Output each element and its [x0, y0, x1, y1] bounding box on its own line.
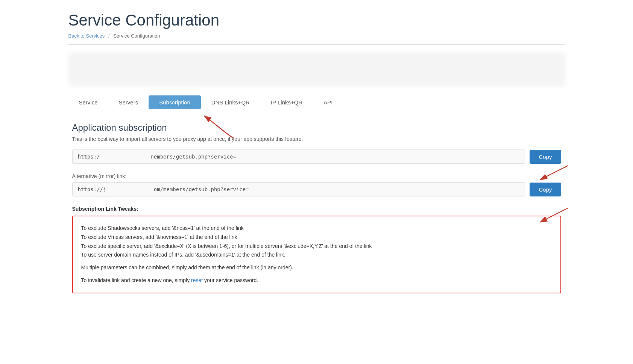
- content-area: Application subscription This is the bes…: [68, 122, 565, 293]
- tab-api[interactable]: API: [313, 95, 343, 109]
- tweaks-section: Subscription Link Tweaks: To exclude Sha…: [72, 206, 561, 293]
- section-description: This is the best way to import all serve…: [72, 136, 561, 142]
- tweak-line-1: To exclude Shadowsocks servers, add '&no…: [81, 224, 552, 233]
- copy-button-1[interactable]: Copy: [530, 150, 561, 164]
- copy-button-2[interactable]: Copy: [530, 183, 561, 196]
- alt-url-input[interactable]: [72, 182, 525, 196]
- tweak-line-5: Multiple parameters can be combined, sim…: [81, 263, 552, 272]
- tabs: Service Servers Subscription DNS Links+Q…: [68, 95, 565, 109]
- page-title: Service Configuration: [68, 11, 565, 29]
- tabs-container: Service Servers Subscription DNS Links+Q…: [68, 95, 565, 109]
- banner-image: [68, 52, 565, 86]
- primary-url-input[interactable]: [72, 150, 525, 164]
- primary-url-row: Copy: [72, 150, 561, 164]
- tab-ip-links-qr[interactable]: IP Links+QR: [260, 95, 313, 109]
- section-title: Application subscription: [72, 122, 561, 133]
- tab-servers[interactable]: Servers: [108, 95, 149, 109]
- tweak-line-2: To exclude Vmess servers, add '&novmess=…: [81, 233, 552, 242]
- breadcrumb-back-link[interactable]: Back to Services: [68, 33, 105, 39]
- tweaks-title: Subscription Link Tweaks:: [72, 206, 561, 212]
- breadcrumb: Back to Services / Service Configuration: [68, 33, 565, 45]
- tab-subscription[interactable]: Subscription: [149, 95, 201, 109]
- tweak-line-3: To exclude specific server, add '&exclud…: [81, 242, 552, 251]
- breadcrumb-current: Service Configuration: [113, 33, 160, 39]
- reset-link[interactable]: reset: [191, 277, 203, 283]
- alt-link-label: Alternative (mirror) link:: [72, 173, 561, 179]
- breadcrumb-separator: /: [108, 33, 110, 39]
- tweak-line-4: To use server domain names instead of IP…: [81, 251, 552, 260]
- tab-dns-links-qr[interactable]: DNS Links+QR: [201, 95, 260, 109]
- tweaks-box: To exclude Shadowsocks servers, add '&no…: [72, 216, 561, 293]
- alt-url-row: Copy: [72, 182, 561, 196]
- tweak-line-6: To invalidate link and create a new one,…: [81, 276, 552, 285]
- tab-service[interactable]: Service: [68, 95, 108, 109]
